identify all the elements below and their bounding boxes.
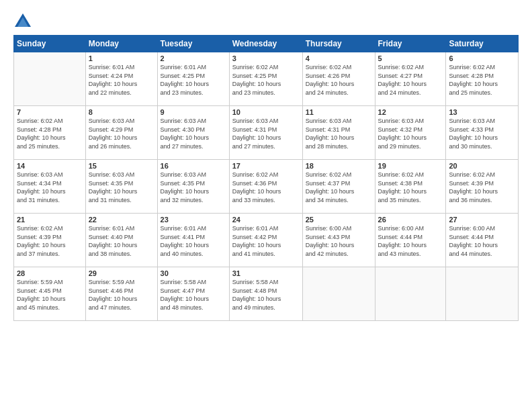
day-number: 27 [449,216,515,224]
calendar-cell: 29Sunrise: 5:59 AM Sunset: 4:46 PM Dayli… [85,267,157,321]
calendar-cell: 1Sunrise: 6:01 AM Sunset: 4:24 PM Daylig… [85,52,157,106]
calendar-cell: 10Sunrise: 6:03 AM Sunset: 4:31 PM Dayli… [229,106,302,160]
day-info: Sunrise: 6:01 AM Sunset: 4:24 PM Dayligh… [89,63,154,97]
day-number: 2 [161,54,226,62]
day-number: 19 [378,162,443,170]
day-number: 3 [232,54,300,62]
calendar-cell: 5Sunrise: 6:02 AM Sunset: 4:27 PM Daylig… [375,52,446,106]
calendar-week-row: 7Sunrise: 6:02 AM Sunset: 4:28 PM Daylig… [14,106,519,160]
day-number: 4 [306,54,372,62]
calendar-cell: 31Sunrise: 5:58 AM Sunset: 4:48 PM Dayli… [229,267,302,321]
calendar-cell: 9Sunrise: 6:03 AM Sunset: 4:30 PM Daylig… [157,106,229,160]
day-info: Sunrise: 6:02 AM Sunset: 4:39 PM Dayligh… [17,224,83,258]
day-number: 7 [17,108,83,116]
calendar-week-row: 1Sunrise: 6:01 AM Sunset: 4:24 PM Daylig… [14,52,519,106]
day-info: Sunrise: 6:00 AM Sunset: 4:44 PM Dayligh… [449,224,515,258]
calendar-header-monday: Monday [85,36,157,52]
day-info: Sunrise: 6:02 AM Sunset: 4:38 PM Dayligh… [378,171,443,204]
calendar-week-row: 21Sunrise: 6:02 AM Sunset: 4:39 PM Dayli… [14,214,519,267]
calendar-cell: 13Sunrise: 6:03 AM Sunset: 4:33 PM Dayli… [446,106,519,160]
calendar-cell: 6Sunrise: 6:02 AM Sunset: 4:28 PM Daylig… [446,52,519,106]
calendar-cell: 22Sunrise: 6:01 AM Sunset: 4:40 PM Dayli… [85,214,157,267]
calendar-cell: 12Sunrise: 6:03 AM Sunset: 4:32 PM Dayli… [375,106,446,160]
day-number: 1 [89,54,154,62]
day-number: 25 [306,216,372,224]
calendar-cell: 26Sunrise: 6:00 AM Sunset: 4:44 PM Dayli… [375,214,446,267]
day-number: 30 [161,269,226,277]
calendar-cell: 2Sunrise: 6:01 AM Sunset: 4:25 PM Daylig… [157,52,229,106]
calendar-cell: 30Sunrise: 5:58 AM Sunset: 4:47 PM Dayli… [157,267,229,321]
day-info: Sunrise: 6:02 AM Sunset: 4:25 PM Dayligh… [232,63,300,97]
logo-icon [13,12,32,31]
day-info: Sunrise: 6:02 AM Sunset: 4:37 PM Dayligh… [306,171,372,204]
day-info: Sunrise: 5:59 AM Sunset: 4:46 PM Dayligh… [89,278,154,312]
day-info: Sunrise: 6:03 AM Sunset: 4:31 PM Dayligh… [232,117,300,150]
day-info: Sunrise: 6:01 AM Sunset: 4:42 PM Dayligh… [232,224,300,258]
day-number: 23 [161,216,226,224]
day-info: Sunrise: 5:58 AM Sunset: 4:48 PM Dayligh… [232,278,300,312]
day-number: 5 [378,54,443,62]
calendar-cell: 4Sunrise: 6:02 AM Sunset: 4:26 PM Daylig… [302,52,375,106]
day-number: 10 [232,108,300,116]
day-info: Sunrise: 6:01 AM Sunset: 4:41 PM Dayligh… [161,224,226,258]
day-number: 26 [378,216,443,224]
calendar-header-wednesday: Wednesday [229,36,302,52]
day-info: Sunrise: 6:03 AM Sunset: 4:29 PM Dayligh… [89,117,154,150]
calendar-week-row: 28Sunrise: 5:59 AM Sunset: 4:45 PM Dayli… [14,267,519,321]
calendar-cell: 27Sunrise: 6:00 AM Sunset: 4:44 PM Dayli… [446,214,519,267]
calendar-cell: 14Sunrise: 6:03 AM Sunset: 4:34 PM Dayli… [14,160,86,214]
day-number: 17 [232,162,300,170]
calendar-cell: 7Sunrise: 6:02 AM Sunset: 4:28 PM Daylig… [14,106,86,160]
calendar-cell: 21Sunrise: 6:02 AM Sunset: 4:39 PM Dayli… [14,214,86,267]
day-number: 20 [449,162,515,170]
calendar-cell [446,267,519,321]
day-info: Sunrise: 6:02 AM Sunset: 4:28 PM Dayligh… [449,63,515,97]
page: SundayMondayTuesdayWednesdayThursdayFrid… [0,0,532,328]
day-info: Sunrise: 6:03 AM Sunset: 4:35 PM Dayligh… [89,171,154,204]
day-info: Sunrise: 6:00 AM Sunset: 4:44 PM Dayligh… [378,224,443,258]
day-info: Sunrise: 6:01 AM Sunset: 4:40 PM Dayligh… [89,224,154,258]
logo [13,12,35,31]
day-info: Sunrise: 6:01 AM Sunset: 4:25 PM Dayligh… [161,63,226,97]
day-number: 12 [378,108,443,116]
day-number: 21 [17,216,83,224]
day-info: Sunrise: 6:02 AM Sunset: 4:26 PM Dayligh… [306,63,372,97]
day-number: 11 [306,108,372,116]
calendar-week-row: 14Sunrise: 6:03 AM Sunset: 4:34 PM Dayli… [14,160,519,214]
day-info: Sunrise: 5:59 AM Sunset: 4:45 PM Dayligh… [17,278,83,312]
calendar-cell: 25Sunrise: 6:00 AM Sunset: 4:43 PM Dayli… [302,214,375,267]
calendar-cell: 20Sunrise: 6:02 AM Sunset: 4:39 PM Dayli… [446,160,519,214]
calendar-cell: 19Sunrise: 6:02 AM Sunset: 4:38 PM Dayli… [375,160,446,214]
day-number: 9 [161,108,226,116]
calendar-cell: 16Sunrise: 6:03 AM Sunset: 4:35 PM Dayli… [157,160,229,214]
day-info: Sunrise: 6:03 AM Sunset: 4:30 PM Dayligh… [161,117,226,150]
day-number: 31 [232,269,300,277]
calendar-header-row: SundayMondayTuesdayWednesdayThursdayFrid… [14,36,519,52]
day-info: Sunrise: 6:03 AM Sunset: 4:34 PM Dayligh… [17,171,83,204]
calendar-cell: 18Sunrise: 6:02 AM Sunset: 4:37 PM Dayli… [302,160,375,214]
day-number: 28 [17,269,83,277]
day-number: 29 [89,269,154,277]
day-info: Sunrise: 6:02 AM Sunset: 4:27 PM Dayligh… [378,63,443,97]
calendar-cell: 24Sunrise: 6:01 AM Sunset: 4:42 PM Dayli… [229,214,302,267]
day-number: 22 [89,216,154,224]
calendar-header-thursday: Thursday [302,36,375,52]
calendar-cell: 8Sunrise: 6:03 AM Sunset: 4:29 PM Daylig… [85,106,157,160]
day-info: Sunrise: 5:58 AM Sunset: 4:47 PM Dayligh… [161,278,226,312]
day-number: 6 [449,54,515,62]
calendar-header-sunday: Sunday [14,36,86,52]
calendar-cell: 11Sunrise: 6:03 AM Sunset: 4:31 PM Dayli… [302,106,375,160]
calendar-cell: 3Sunrise: 6:02 AM Sunset: 4:25 PM Daylig… [229,52,302,106]
day-info: Sunrise: 6:03 AM Sunset: 4:35 PM Dayligh… [161,171,226,204]
calendar-cell [14,52,86,106]
header [13,12,519,31]
calendar-cell: 15Sunrise: 6:03 AM Sunset: 4:35 PM Dayli… [85,160,157,214]
day-info: Sunrise: 6:03 AM Sunset: 4:33 PM Dayligh… [449,117,515,150]
day-info: Sunrise: 6:00 AM Sunset: 4:43 PM Dayligh… [306,224,372,258]
day-number: 16 [161,162,226,170]
calendar-cell [375,267,446,321]
day-number: 8 [89,108,154,116]
day-number: 15 [89,162,154,170]
calendar-header-saturday: Saturday [446,36,519,52]
day-number: 13 [449,108,515,116]
